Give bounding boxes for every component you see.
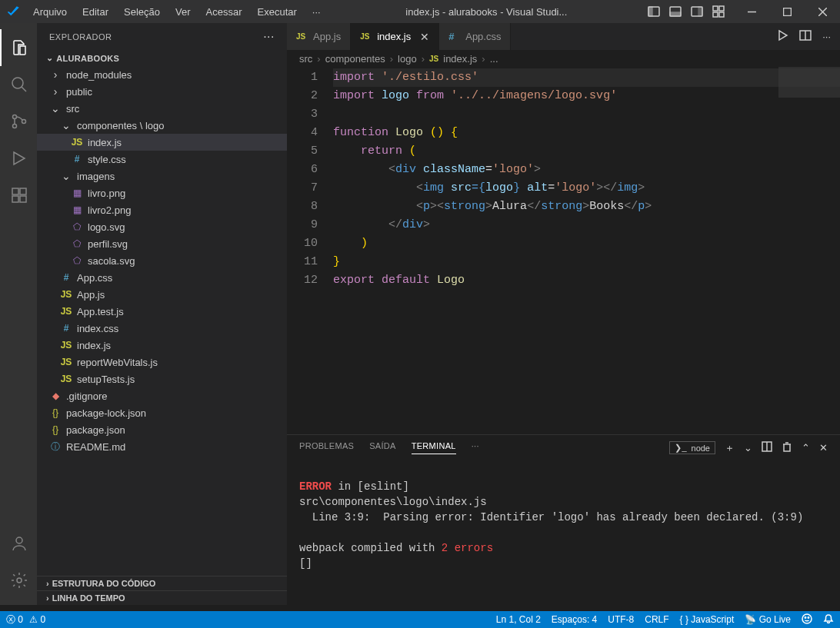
editor-tab[interactable]: JSindex.js✕: [351, 23, 439, 50]
kill-terminal-icon[interactable]: [782, 441, 792, 454]
breadcrumb-item[interactable]: index.js: [443, 53, 477, 65]
status-errors[interactable]: ⓧ 0: [6, 613, 23, 626]
chevron-down-icon: ⌄: [46, 53, 53, 63]
status-eol[interactable]: CRLF: [645, 614, 668, 625]
section-outline[interactable]: ›ESTRUTURA DO CÓDIGO: [37, 576, 287, 590]
tab-label: App.css: [465, 31, 501, 42]
menu-item[interactable]: Seleção: [118, 3, 166, 21]
breadcrumb-item[interactable]: ...: [490, 53, 498, 65]
menu-item[interactable]: Editar: [76, 3, 115, 21]
new-terminal-icon[interactable]: ＋: [725, 441, 735, 455]
tree-file[interactable]: ▦livro.png: [37, 184, 287, 201]
menu-item[interactable]: Arquivo: [27, 3, 73, 21]
tree-file[interactable]: ◆.gitignore: [37, 387, 287, 404]
panel-tab-more[interactable]: ···: [472, 441, 479, 454]
tree-file[interactable]: ⬠sacola.svg: [37, 252, 287, 269]
tree-file[interactable]: ⓘREADME.md: [37, 438, 287, 455]
settings-gear-icon[interactable]: [0, 562, 37, 599]
tree-file[interactable]: JSindex.js: [37, 134, 287, 151]
breadcrumb-item[interactable]: logo: [398, 53, 417, 65]
tree-file[interactable]: {}package-lock.json: [37, 404, 287, 421]
split-editor-icon[interactable]: [799, 29, 812, 44]
tree-file[interactable]: #style.css: [37, 151, 287, 168]
explorer-icon[interactable]: [0, 29, 37, 66]
tree-file[interactable]: JSApp.test.js: [37, 303, 287, 320]
menu-item[interactable]: Ver: [169, 3, 197, 21]
run-icon[interactable]: [776, 29, 788, 44]
layout-sidebar-right-icon[interactable]: [689, 4, 705, 19]
tree-folder[interactable]: ⌄src: [37, 100, 287, 117]
js-icon: JS: [60, 289, 72, 300]
close-tab-icon[interactable]: ✕: [420, 31, 429, 43]
status-encoding[interactable]: UTF-8: [608, 614, 634, 625]
js-icon: JS: [60, 340, 72, 351]
terminal-text: Line 3:9: Parsing error: Identifier 'log…: [299, 511, 803, 523]
status-feedback-icon[interactable]: [802, 613, 812, 626]
tree-file[interactable]: #App.css: [37, 269, 287, 286]
editor-tab[interactable]: JSApp.js: [287, 23, 351, 50]
accounts-icon[interactable]: [0, 525, 37, 562]
panel-tab-output[interactable]: SAÍDA: [369, 441, 396, 454]
svg-line-15: [22, 87, 26, 91]
terminal-text: in [eslint]: [332, 480, 409, 493]
tree-folder[interactable]: ⌄componentes \ logo: [37, 117, 287, 134]
sidebar-more-icon[interactable]: ···: [263, 30, 275, 44]
extensions-icon[interactable]: [0, 177, 37, 214]
status-go-live[interactable]: 📡 Go Live: [745, 614, 791, 625]
run-debug-icon[interactable]: [0, 140, 37, 177]
breadcrumb-item[interactable]: src: [299, 53, 312, 65]
tree-file[interactable]: ⬠logo.svg: [37, 218, 287, 235]
image-icon: ▦: [71, 188, 83, 198]
tree-file[interactable]: JSreportWebVitals.js: [37, 354, 287, 370]
search-icon[interactable]: [0, 66, 37, 103]
tree-file[interactable]: JSindex.js: [37, 337, 287, 354]
minimap-thumb[interactable]: [778, 67, 840, 98]
breadcrumb-item[interactable]: componentes: [325, 53, 385, 65]
tree-file[interactable]: JSApp.js: [37, 286, 287, 303]
panel-tab-terminal[interactable]: TERMINAL: [412, 441, 456, 454]
svg-rect-19: [12, 188, 18, 194]
svg-point-29: [802, 614, 812, 623]
menu-item[interactable]: Acessar: [200, 3, 248, 21]
tree-root[interactable]: ⌄ALURABOOKS: [37, 50, 287, 66]
menu-item-more[interactable]: ···: [306, 3, 327, 21]
tree-folder[interactable]: ⌄imagens: [37, 168, 287, 184]
status-warnings[interactable]: ⚠ 0: [29, 614, 45, 625]
layout-panel-icon[interactable]: [668, 4, 683, 19]
tree-file[interactable]: {}package.json: [37, 421, 287, 438]
layout-sidebar-left-icon[interactable]: [646, 4, 662, 19]
status-language[interactable]: { } JavaScript: [680, 614, 735, 625]
code-editor[interactable]: 123456789101112 import './estilo.css'imp…: [287, 67, 840, 434]
status-cursor-position[interactable]: Ln 1, Col 2: [496, 614, 541, 625]
status-notifications-icon[interactable]: [823, 613, 834, 626]
panel-tab-problems[interactable]: PROBLEMAS: [299, 441, 354, 454]
sidebar-header: EXPLORADOR ···: [37, 23, 287, 50]
terminal-dropdown-icon[interactable]: ⌄: [744, 442, 752, 454]
tree-file[interactable]: JSsetupTests.js: [37, 370, 287, 387]
layout-customize-icon[interactable]: [711, 4, 726, 19]
status-indentation[interactable]: Espaços: 4: [552, 614, 597, 625]
terminal-output[interactable]: ERROR in [eslint] src\componentes\logo\i…: [287, 460, 840, 605]
svg-point-17: [13, 125, 17, 128]
json-icon: {}: [49, 424, 62, 435]
tree-file[interactable]: #index.css: [37, 320, 287, 337]
code-content[interactable]: import './estilo.css'import logo from '.…: [333, 67, 840, 434]
tree-file[interactable]: ▦livro2.png: [37, 201, 287, 218]
minimize-button[interactable]: [734, 0, 769, 23]
close-panel-icon[interactable]: ✕: [819, 442, 828, 454]
section-timeline[interactable]: ›LINHA DO TEMPO: [37, 590, 287, 605]
more-actions-icon[interactable]: ···: [822, 31, 831, 42]
item-label: index.js: [77, 340, 111, 351]
close-button[interactable]: [805, 0, 840, 23]
editor-tab[interactable]: #App.css: [439, 23, 511, 50]
split-terminal-icon[interactable]: [762, 441, 772, 454]
tree-folder[interactable]: ›node_modules: [37, 66, 287, 83]
maximize-panel-icon[interactable]: ⌃: [802, 442, 810, 454]
terminal-type-select[interactable]: ❯_node: [669, 441, 715, 454]
tree-file[interactable]: ⬠perfil.svg: [37, 235, 287, 252]
maximize-button[interactable]: [769, 0, 805, 23]
tree-folder[interactable]: ›public: [37, 83, 287, 100]
source-control-icon[interactable]: [0, 103, 37, 140]
minimap[interactable]: [778, 67, 840, 434]
menu-item[interactable]: Executar: [252, 3, 303, 21]
